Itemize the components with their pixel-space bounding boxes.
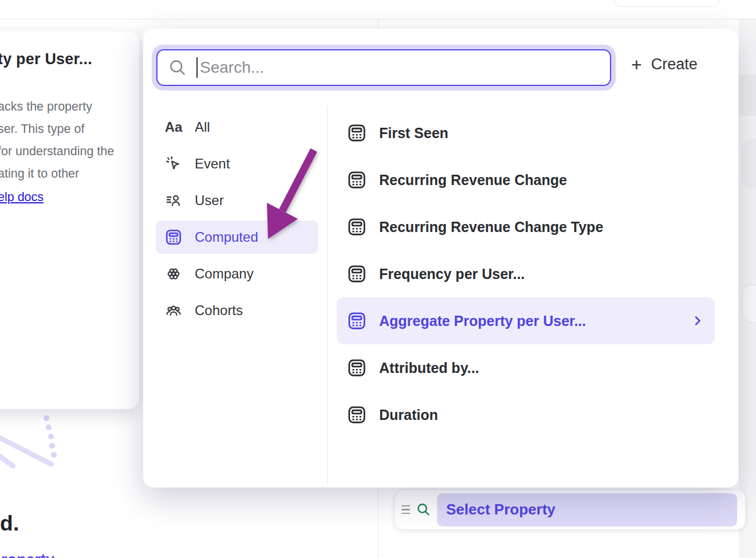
property-item-recurring-revenue-change[interactable]: Recurring Revenue Change [337,156,715,203]
calculator-icon [346,169,368,191]
help-docs-link[interactable]: elp docs [0,190,44,205]
page-heading-fragment: d. [0,512,19,536]
property-item-recurring-revenue-change-type[interactable]: Recurring Revenue Change Type [337,203,715,250]
search-input[interactable]: Search... [156,49,611,86]
category-label: User [195,192,224,209]
decorative-dot [46,425,52,430]
company-cluster-icon [164,264,183,284]
create-button[interactable]: + Create [631,56,698,73]
property-item-label: Recurring Revenue Change Type [379,219,603,235]
category-list: Aa All Event [156,109,318,329]
screen: d. roperty ty per User... acks the prope… [0,0,756,558]
background-right-panel-header [739,74,756,116]
property-item-duration[interactable]: Duration [337,391,715,438]
decorative-dot [49,443,55,449]
create-button-label: Create [651,56,698,73]
category-label: Computed [195,229,258,245]
plus-icon: + [631,56,642,73]
tooltip-description: acks the property ser. This type of for … [0,96,130,185]
property-item-label: First Seen [379,125,448,142]
drag-handle-icon[interactable] [401,505,410,514]
page-link-fragment[interactable]: roperty [1,551,54,558]
select-property-label: Select Property [446,501,556,518]
category-all[interactable]: Aa All [156,109,318,146]
text-cursor [196,57,198,78]
category-user[interactable]: User [156,182,318,219]
calculator-icon [346,122,368,144]
decorative-line [0,452,17,470]
event-click-icon [164,154,183,174]
property-select-bar: Select Property [394,489,746,530]
background-right-card-edge [742,285,756,323]
property-item-attributed-by[interactable]: Attributed by... [337,344,715,391]
modal-column-divider [327,106,328,484]
property-item-frequency-per-user[interactable]: Frequency per User... [337,250,715,297]
background-button-fragment [615,0,719,7]
property-item-label: Duration [379,407,438,423]
category-cohorts[interactable]: Cohorts [156,292,318,329]
search-focus-ring: Search... [152,45,616,91]
category-event[interactable]: Event [156,146,318,182]
cohorts-people-icon [164,301,183,320]
chevron-right-icon [691,313,706,328]
category-company[interactable]: Company [156,256,318,292]
category-label: All [195,119,210,135]
decorative-dot [51,452,57,458]
select-property-field[interactable]: Select Property [437,493,737,526]
calculator-icon [346,357,368,379]
category-computed[interactable]: Computed [156,221,318,254]
property-tooltip-card: ty per User... acks the property ser. Th… [0,32,139,409]
property-picker-modal: Search... + Create Aa All [143,29,738,488]
calculator-icon [346,404,368,426]
category-label: Company [195,266,254,282]
category-label: Cohorts [195,302,243,319]
background-right-card-fragment [741,139,756,188]
property-item-aggregate-property-per-user[interactable]: Aggregate Property per User... [337,297,715,344]
property-item-label: Recurring Revenue Change [379,172,567,188]
property-results-list: First Seen Recurring Revenue Change [337,109,715,438]
calculator-icon [346,216,368,238]
decorative-dot [48,434,54,439]
property-item-first-seen[interactable]: First Seen [337,109,715,156]
calculator-icon [346,310,368,332]
search-icon [168,58,187,77]
calculator-icon [346,263,368,285]
green-search-icon [416,502,431,517]
tooltip-title: ty per User... [0,50,130,68]
tooltip-line: for understanding the [0,140,130,163]
calculator-icon [164,227,183,247]
search-placeholder: Search... [200,58,264,77]
text-aa-icon: Aa [164,117,183,137]
decorative-dot [44,415,49,421]
property-item-label: Aggregate Property per User... [379,313,586,329]
property-item-label: Attributed by... [379,360,479,376]
user-list-icon [164,191,183,210]
category-label: Event [195,156,230,172]
tooltip-line: ating it to other [0,163,130,185]
tooltip-line: acks the property [0,96,130,118]
tooltip-line: ser. This type of [0,118,130,140]
property-item-label: Frequency per User... [379,266,525,282]
